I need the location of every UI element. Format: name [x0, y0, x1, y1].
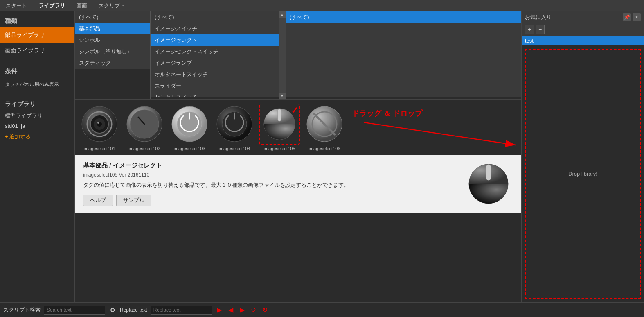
replace-btn[interactable]: ↺ — [250, 306, 258, 314]
scrollbar-up-btn[interactable]: ▲ — [279, 11, 286, 18]
sidebar-item-touch[interactable]: タッチパネル用のみ表示 — [0, 78, 74, 91]
filter-list-1: (すべて) 基本部品 シンボル シンボル（塗り無し） スタティック — [75, 11, 150, 69]
favorites-title: お気に入り — [525, 14, 552, 21]
filter-area: (すべて) 基本部品 シンボル シンボル（塗り無し） スタティック (すべて) … — [75, 11, 521, 100]
component-img-106 — [304, 104, 345, 145]
sidebar-item-screen-library[interactable]: 画面ライブラリ — [0, 43, 74, 59]
drop-label: Drop library! — [568, 171, 597, 177]
filter-item-static[interactable]: スタティック — [75, 57, 150, 69]
replace-all-btn[interactable]: ↻ — [261, 306, 269, 314]
conditions-label: 条件 — [0, 62, 74, 78]
library-sub: std01_ja — [0, 121, 74, 131]
favorite-item-test[interactable]: test — [522, 36, 644, 45]
panel-controls: 📌 ✕ — [623, 13, 641, 21]
component-imageselect104[interactable]: imageselect104 — [214, 104, 255, 151]
detail-title: 基本部品 / イメージセレクト — [83, 162, 448, 170]
component-img-105: ✓ — [259, 104, 300, 145]
categories-label: 種類 — [0, 11, 74, 27]
filter-item-alternate-switch[interactable]: オルタネートスイッチ — [151, 69, 279, 80]
filter-item-image-select[interactable]: イメージセレクト — [151, 34, 279, 46]
detail-panel: 基本部品 / イメージセレクト imageselect105 Ver 20161… — [75, 155, 521, 213]
svg-rect-14 — [278, 109, 281, 121]
help-button[interactable]: ヘルプ — [83, 195, 113, 206]
center-content: (すべて) 基本部品 シンボル シンボル（塗り無し） スタティック (すべて) … — [75, 11, 521, 302]
filter-item-all-1[interactable]: (すべて) — [75, 11, 150, 23]
scrollbar-down-btn[interactable]: ▼ — [279, 93, 286, 99]
scrollbar-track — [279, 18, 286, 93]
next-btn[interactable]: ▶ — [238, 306, 246, 314]
bottom-bar: スクリプト検索 ⚙ Replace text ▶ ◀ ▶ ↺ ↻ — [0, 302, 644, 317]
menu-script[interactable]: スクリプト — [96, 1, 128, 10]
detail-version: imageselect105 Ver 20161110 — [83, 172, 448, 178]
right-panel: お気に入り 📌 ✕ + − test Drop library! ドラッグ ＆ … — [521, 11, 644, 302]
close-panel-btn[interactable]: ✕ — [633, 13, 641, 21]
filter-item-image-select-switch[interactable]: イメージセレクトスイッチ — [151, 46, 279, 57]
filter-col-2-wrapper: (すべて) イメージスイッチ イメージセレクト イメージセレクトスイッチ イメー… — [151, 11, 286, 99]
detail-description: タグの値に応じて画像の表示を切り替える部品です。最大１０種類の画像ファイルを設定… — [83, 181, 448, 190]
component-imageselect106[interactable]: imageselect106 — [304, 104, 345, 151]
component-img-102 — [124, 104, 165, 145]
component-imageselect101[interactable]: imageselect101 — [79, 104, 120, 151]
menu-start[interactable]: スタート — [3, 1, 29, 10]
component-label-104: imageselect104 — [218, 146, 250, 151]
filter-item-image-switch[interactable]: イメージスイッチ — [151, 23, 279, 34]
detail-preview-area — [456, 155, 521, 213]
left-sidebar: 種類 部品ライブラリ 画面ライブラリ 条件 タッチパネル用のみ表示 ライブラリ … — [0, 11, 75, 302]
add-library-button[interactable]: + 追加する — [0, 131, 74, 143]
favorites-add-bar: + − — [522, 23, 644, 36]
filter-item-kihon[interactable]: 基本部品 — [75, 23, 150, 34]
filter-item-all-3[interactable]: (すべて) — [286, 11, 521, 23]
play-all-btn[interactable]: ▶ — [215, 306, 223, 314]
filter-item-all-2[interactable]: (すべて) — [151, 11, 279, 23]
search-input[interactable] — [44, 306, 105, 315]
menu-bar: スタート ライブラリ 画面 スクリプト — [0, 0, 644, 11]
detail-inner: 基本部品 / イメージセレクト imageselect105 Ver 20161… — [75, 155, 521, 213]
replace-input[interactable] — [151, 306, 212, 315]
filter-item-slider[interactable]: スライダー — [151, 80, 279, 92]
component-label-106: imageselect106 — [308, 146, 340, 151]
filter-item-symbol[interactable]: シンボル — [75, 34, 150, 46]
component-label-105: imageselect105 — [263, 146, 295, 151]
component-imageselect103[interactable]: imageselect103 — [169, 104, 210, 151]
search-options-btn[interactable]: ⚙ — [108, 306, 117, 314]
selected-checkmark: ✓ — [291, 105, 298, 116]
filter-item-symbol-no-fill[interactable]: シンボル（塗り無し） — [75, 46, 150, 57]
component-img-101 — [79, 104, 120, 145]
filter-list-3: (すべて) — [286, 11, 521, 97]
svg-point-5 — [97, 122, 99, 124]
component-img-103 — [169, 104, 210, 145]
filter-item-image-lamp[interactable]: イメージランプ — [151, 57, 279, 69]
component-label-103: imageselect103 — [173, 146, 205, 151]
components-area: imageselect101 — [75, 100, 521, 155]
filter-col-1: (すべて) 基本部品 シンボル シンボル（塗り無し） スタティック — [75, 11, 151, 99]
script-search-label: スクリプト検索 — [3, 306, 41, 314]
library-label: ライブラリ — [0, 95, 74, 111]
add-favorite-btn[interactable]: + — [525, 25, 534, 34]
component-label-101: imageselect101 — [83, 146, 115, 151]
component-label-102: imageselect102 — [128, 146, 160, 151]
component-img-104 — [214, 104, 255, 145]
replace-label: Replace text — [120, 307, 147, 313]
main-layout: 種類 部品ライブラリ 画面ライブラリ 条件 タッチパネル用のみ表示 ライブラリ … — [0, 11, 644, 302]
right-panel-header: お気に入り 📌 ✕ — [522, 11, 644, 23]
svg-rect-19 — [486, 165, 491, 180]
detail-text: 基本部品 / イメージセレクト imageselect105 Ver 20161… — [75, 155, 456, 213]
menu-library[interactable]: ライブラリ — [36, 1, 68, 10]
filter-col-3: (すべて) — [286, 11, 521, 99]
filter-list-2: (すべて) イメージスイッチ イメージセレクト イメージセレクトスイッチ イメー… — [151, 11, 279, 97]
sample-button[interactable]: サンプル — [116, 195, 151, 206]
filter-item-select-switch[interactable]: セレクトスイッチ — [151, 92, 279, 97]
component-imageselect105[interactable]: ✓ imageselect105 — [259, 104, 300, 151]
library-name: 標準ライブラリ — [0, 111, 74, 121]
remove-favorite-btn[interactable]: − — [536, 25, 545, 34]
component-imageselect102[interactable]: imageselect102 — [124, 104, 165, 151]
menu-screen[interactable]: 画面 — [74, 1, 90, 10]
pin-icon[interactable]: 📌 — [623, 13, 631, 21]
filter-scrollbar-2: ▲ ▼ — [279, 11, 285, 99]
sidebar-item-parts-library[interactable]: 部品ライブラリ — [0, 27, 74, 43]
prev-btn[interactable]: ◀ — [227, 306, 235, 314]
detail-buttons: ヘルプ サンプル — [83, 195, 448, 206]
detail-preview-svg — [468, 161, 509, 206]
drop-zone: Drop library! — [525, 49, 641, 299]
